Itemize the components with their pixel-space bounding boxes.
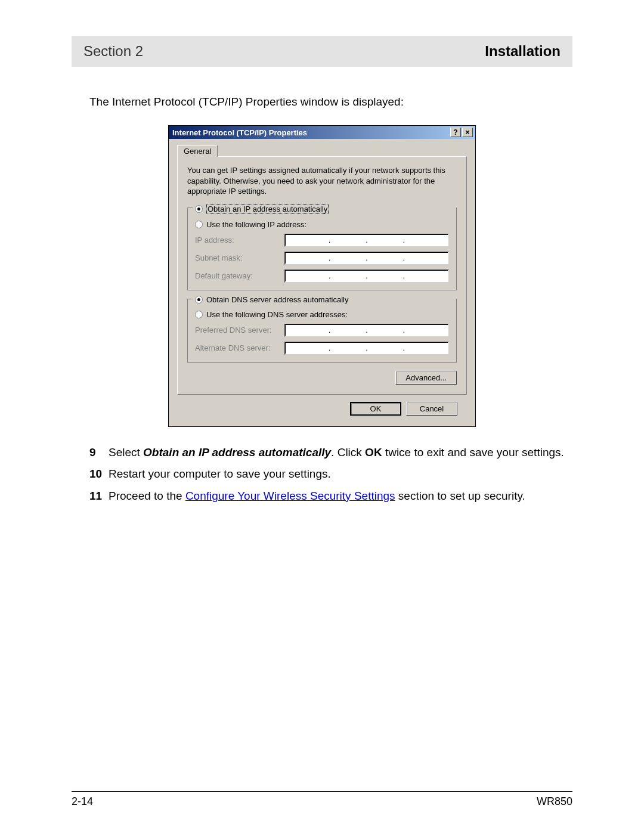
input-gateway[interactable]: ...: [284, 270, 449, 283]
label-dns-pref: Preferred DNS server:: [195, 326, 284, 335]
ip-fieldset: Obtain an IP address automatically Use t…: [187, 208, 457, 290]
tab-general[interactable]: General: [177, 145, 218, 157]
step-text: Proceed to the Configure Your Wireless S…: [109, 488, 572, 504]
radio-dns-manual[interactable]: Use the following DNS server addresses:: [195, 310, 449, 319]
dialog-title: Internet Protocol (TCP/IP) Properties: [172, 128, 307, 137]
step-9: 9 Select Obtain an IP address automatica…: [89, 445, 572, 461]
input-dns-alt[interactable]: ...: [284, 342, 449, 355]
radio-ip-manual[interactable]: Use the following IP address:: [195, 220, 449, 229]
dialog-description: You can get IP settings assigned automat…: [187, 165, 457, 197]
step-text: Restart your computer to save your setti…: [109, 466, 572, 482]
tcpip-dialog: Internet Protocol (TCP/IP) Properties ? …: [168, 125, 476, 427]
input-subnet[interactable]: ...: [284, 252, 449, 265]
security-settings-link[interactable]: Configure Your Wireless Security Setting…: [185, 490, 395, 502]
step-list: 9 Select Obtain an IP address automatica…: [89, 445, 572, 504]
dialog-titlebar: Internet Protocol (TCP/IP) Properties ? …: [169, 126, 475, 139]
page-header: Section 2 Installation: [72, 36, 572, 67]
radio-ip-auto[interactable]: Obtain an IP address automatically: [195, 204, 329, 214]
advanced-button[interactable]: Advanced...: [395, 371, 457, 385]
step-number: 10: [89, 466, 109, 482]
radio-icon: [195, 311, 203, 318]
ok-button[interactable]: OK: [350, 402, 401, 416]
radio-dns-auto[interactable]: Obtain DNS server address automatically: [195, 295, 348, 304]
label-gateway: Default gateway:: [195, 271, 284, 280]
radio-icon: [195, 205, 203, 213]
step-11: 11 Proceed to the Configure Your Wireles…: [89, 488, 572, 504]
radio-icon: [195, 296, 203, 304]
close-button[interactable]: ×: [462, 128, 473, 137]
radio-dns-manual-label: Use the following DNS server addresses:: [206, 310, 348, 319]
cancel-button[interactable]: Cancel: [406, 402, 457, 416]
radio-ip-manual-label: Use the following IP address:: [206, 220, 306, 229]
input-ip-address[interactable]: ...: [284, 234, 449, 247]
step-number: 9: [89, 445, 109, 461]
label-dns-alt: Alternate DNS server:: [195, 343, 284, 352]
dns-fieldset: Obtain DNS server address automatically …: [187, 299, 457, 363]
radio-dns-auto-label: Obtain DNS server address automatically: [206, 295, 348, 304]
label-subnet: Subnet mask:: [195, 253, 284, 262]
page-footer: 2-14 WR850: [72, 791, 572, 808]
label-ip-address: IP address:: [195, 236, 284, 244]
section-label: Section 2: [83, 43, 143, 60]
help-button[interactable]: ?: [450, 128, 461, 137]
radio-ip-auto-label: Obtain an IP address automatically: [206, 204, 329, 214]
page-number: 2-14: [72, 795, 93, 808]
input-dns-pref[interactable]: ...: [284, 324, 449, 337]
step-number: 11: [89, 488, 109, 504]
intro-text: The Internet Protocol (TCP/IP) Propertie…: [89, 95, 572, 109]
model-label: WR850: [537, 795, 572, 808]
step-10: 10 Restart your computer to save your se…: [89, 466, 572, 482]
chapter-title: Installation: [485, 43, 561, 60]
radio-icon: [195, 221, 203, 228]
step-text: Select Obtain an IP address automaticall…: [109, 445, 572, 461]
